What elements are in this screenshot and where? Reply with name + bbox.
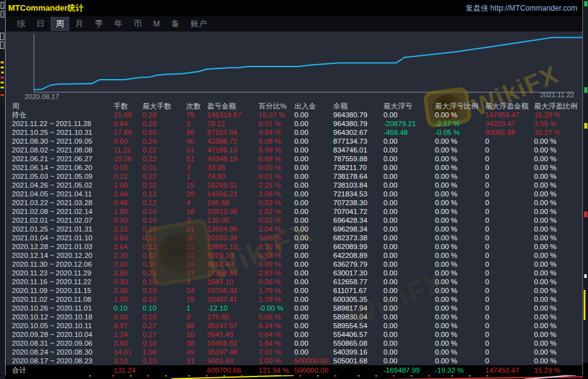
table-row[interactable]: 2021.06.21 ~ 2021.06.2710.260.225149348.… — [6, 154, 582, 163]
background-candle-fragment — [1, 72, 4, 73]
table-cell: 33.06 — [207, 163, 259, 172]
table-cell: 0.30 — [114, 312, 142, 321]
table-cell: 2020.11.23 ~ 2020.11.29 — [12, 269, 114, 277]
table-cell: 13924.96 — [207, 225, 259, 233]
table-cell: 0.27 — [142, 321, 186, 330]
table-row[interactable]: 2021.02.08 ~ 2021.02.141.800.101810613.3… — [6, 207, 582, 216]
table-row[interactable]: 2021.04.26 ~ 2021.05.021.500.101516269.3… — [6, 181, 582, 190]
table-cell: 2.25 % — [259, 181, 294, 190]
background-candle-fragment — [584, 211, 587, 217]
table-cell: 964380.79 — [333, 119, 383, 128]
table-cell: 0 — [485, 277, 534, 286]
background-window-sliver-right — [583, 0, 588, 379]
table-row[interactable]: 2020.11.09 ~ 2020.11.152.380.102410766.3… — [6, 286, 582, 295]
table-row[interactable]: 2021.08.02 ~ 2021.08.0811.220.225147186.… — [6, 146, 582, 154]
table-cell: 0.00 % — [435, 312, 485, 321]
table-row[interactable]: 2020.10.05 ~ 2020.10.118.970.278835147.9… — [6, 321, 582, 330]
table-row[interactable]: 2020.11.30 ~ 2020.12.062.000.10206262.49… — [6, 260, 582, 269]
menu-item-周[interactable]: 周 — [51, 17, 69, 31]
menu-item-备[interactable]: 备 — [166, 17, 184, 31]
menu-item-日[interactable]: 日 — [31, 17, 50, 31]
column-header: 手数 — [114, 102, 142, 110]
table-cell: 0.00 % — [534, 137, 582, 146]
brand-link[interactable]: 复盘侠 http://MTCommander.com — [466, 3, 577, 14]
table-cell: 51 — [186, 154, 207, 163]
table-row[interactable]: 2021.10.25 ~ 2021.10.3117.880.506687167.… — [6, 128, 582, 137]
menu-item-季[interactable]: 季 — [90, 17, 108, 31]
table-cell: 0.00 — [294, 128, 333, 137]
table-cell: 75 — [186, 110, 207, 119]
table-cell: 0.00 — [383, 348, 435, 356]
table-cell: 738178.64 — [333, 172, 383, 181]
table-row[interactable]: 2021.03.22 ~ 2021.03.280.460.124196.580.… — [6, 198, 582, 207]
table-header-row: 周手数最大手数次数盈亏金额百分比%出入金余额最大浮亏最大浮亏比例最大浮盈金额最大… — [6, 102, 582, 110]
table-cell: 3.64 — [114, 242, 142, 251]
table-row[interactable]: 2021.08.30 ~ 2021.09.059.600.244042388.7… — [6, 137, 582, 146]
table-cell — [142, 365, 186, 375]
table-cell: 500000.00 — [294, 365, 333, 375]
table-row[interactable]: 2020.11.23 ~ 2020.11.293.850.253717358.5… — [6, 269, 582, 277]
table-cell: 0.00 — [294, 277, 333, 286]
table-cell: 0.03 % — [259, 198, 294, 207]
window-title: MTCommander统计 — [8, 3, 84, 14]
table-cell: 0 — [485, 207, 534, 216]
table-cell: 0.00 — [294, 172, 333, 181]
table-row[interactable]: 2020.10.12 ~ 2020.10.180.300.103275.500.… — [6, 312, 582, 321]
table-cell: 0.00 % — [435, 356, 485, 365]
table-cell: -169487.99 — [383, 365, 435, 375]
table-cell: -459.48 — [383, 128, 435, 137]
table-cell: 636279.79 — [333, 260, 383, 269]
table-cell: 3541.49 — [207, 330, 259, 339]
table-cell: 合计 — [12, 365, 114, 375]
menu-item-年[interactable]: 年 — [109, 17, 127, 31]
table-row[interactable]: 2020.08.24 ~ 2020.08.3014.011.004935397.… — [6, 348, 582, 356]
table-cell: 0.00 % — [534, 312, 582, 321]
table-row[interactable]: 2021.05.03 ~ 2021.05.090.220.22174.800.0… — [6, 172, 582, 181]
menu-item-月[interactable]: 月 — [70, 17, 88, 31]
table-cell: -0.00 % — [259, 304, 294, 312]
table-cell: 0.00 % — [435, 330, 485, 339]
table-cell: 0.00 % — [435, 154, 485, 163]
table-cell: 10766.32 — [207, 286, 259, 295]
table-row[interactable]: 2020.08.17 ~ 2020.08.233.100.10315001.68… — [6, 356, 582, 365]
table-cell: 130.00 — [207, 216, 259, 225]
table-cell: 0.00 % — [534, 348, 582, 356]
table-row[interactable]: 2020.11.02 ~ 2020.11.081.500.101510487.4… — [6, 295, 582, 304]
table-row[interactable]: 2021.04.05 ~ 2021.04.112.940.122914596.2… — [6, 190, 582, 198]
background-toolbar-fragment — [0, 41, 4, 49]
table-cell: 0 — [485, 216, 534, 225]
total-row[interactable]: 合计131.24609700.66121.94 %500000.00-16948… — [6, 365, 582, 375]
table-cell: 14.01 — [114, 348, 142, 356]
table-cell: 0 — [485, 321, 534, 330]
table-cell: 0.00 — [294, 154, 333, 163]
table-cell: 0 — [485, 269, 534, 277]
table-row[interactable]: 2020.10.26 ~ 2020.11.010.100.101-12.10-0… — [6, 304, 582, 312]
table-cell: 0.64 % — [259, 330, 294, 339]
background-candle-fragment — [1, 82, 4, 83]
table-row[interactable]: 持仓21.000.2875145319.8715.07 %0.00964380.… — [6, 110, 582, 119]
table-cell: 0.00 % — [435, 172, 485, 181]
table-row[interactable]: 2020.08.31 ~ 2020.09.063.800.103810465.9… — [6, 339, 582, 348]
table-cell: 0.00 — [383, 321, 435, 330]
table-row[interactable]: 2020.09.28 ~ 2020.10.041.340.27103541.49… — [6, 330, 582, 339]
table-cell: 15.07 % — [259, 110, 294, 119]
table-cell: 0.30 — [114, 216, 142, 225]
table-cell: 0.10 — [142, 295, 186, 304]
table-cell: 2.38 — [114, 286, 142, 295]
mtcommander-stats-window: MTCommander统计 复盘侠 http://MTCommander.com… — [5, 0, 583, 375]
table-cell: 2021.06.21 ~ 2021.06.27 — [12, 154, 114, 163]
table-cell: 0.22 — [142, 172, 186, 181]
table-cell: 696298.34 — [333, 225, 383, 233]
table-row[interactable]: 2021.11.22 ~ 2021.11.280.840.28378.120.0… — [6, 119, 582, 128]
menu-item-综[interactable]: 综 — [12, 17, 30, 31]
table-row[interactable]: 2020.11.16 ~ 2020.11.220.300.1031587.100… — [6, 277, 582, 286]
table-cell: 505001.68 — [333, 356, 383, 365]
table-cell: 0 — [485, 172, 534, 181]
background-toolbar-fragment — [1, 2, 4, 9]
table-row[interactable]: 2021.06.14 ~ 2021.06.200.030.01333.060.0… — [6, 163, 582, 172]
table-cell: 147453.47 — [485, 365, 534, 375]
menu-item-币[interactable]: 币 — [129, 17, 147, 31]
table-cell: 15 — [186, 181, 207, 190]
menu-item-账户[interactable]: 账户 — [186, 17, 212, 31]
menu-item-M[interactable]: M — [148, 18, 165, 29]
